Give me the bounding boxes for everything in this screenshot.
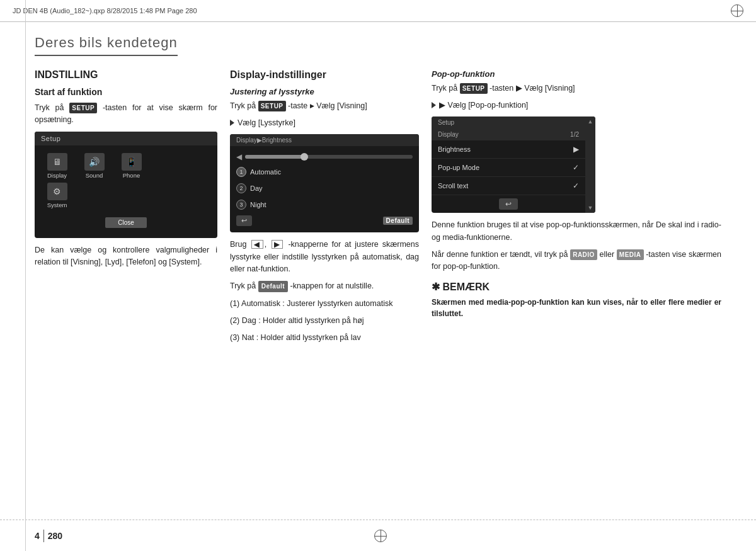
right-setup-content: Setup Display 1/2 Brightness ▶ Pop-up Mo… [432, 116, 585, 213]
mid-list-item-1: (1) Automatisk : Justerer lysstyrken aut… [230, 298, 419, 310]
brightness-option-1: 1 Automatic [230, 164, 419, 180]
right-setup-row-popup: Pop-up Mode ✓ [432, 159, 585, 177]
left-para2: De kan vælge og kontrollere valgmulighed… [35, 244, 217, 269]
right-para2: Når denne funktion er tændt, vil tryk på… [432, 249, 721, 273]
sound-label: Sound [86, 172, 103, 179]
mid-column: Display-indstillinger Justering af lysst… [230, 69, 432, 513]
right-heading: Pop-op-funktion [432, 69, 721, 79]
option-num-1: 1 [236, 167, 246, 177]
brightness-title: Display▶Brightness [230, 134, 419, 146]
left-para1: Tryk på SETUP -tasten for at vise skærm … [35, 102, 217, 127]
setup-icons-row2: ⚙ System [35, 183, 217, 212]
display-icon: 🖥 [47, 153, 67, 171]
page-title: Deres bils kendetegn [35, 35, 178, 56]
slider-row: ◀ [230, 150, 419, 164]
mid-list: (1) Automatisk : Justerer lysstyrken aut… [230, 298, 419, 344]
left-heading: INDSTILLING [35, 69, 217, 81]
left-btn-icon: ◀ [251, 240, 263, 249]
brightness-screen: Display▶Brightness ◀ 1 Automatic [230, 134, 419, 232]
print-info-text: JD DEN 4B (Audio_182~).qxp 8/28/2015 1:4… [13, 7, 726, 14]
right-setup-title: Setup [432, 116, 585, 128]
bullet-tri-right [432, 102, 436, 108]
system-label: System [47, 202, 67, 208]
close-button[interactable]: Close [105, 217, 147, 228]
right-setup-inner: Setup Display 1/2 Brightness ▶ Pop-up Mo… [432, 116, 595, 213]
setup-icons-row: 🖥 Display 🔊 Sound 📱 Phone [35, 151, 217, 183]
setup-menu-system: ⚙ System [40, 183, 74, 208]
mid-tryk-default: Tryk på Default -knappen for at nulstill… [230, 280, 419, 292]
radio-badge: RADIO [570, 249, 597, 261]
right-instruction2: ▶ Vælg [Pop-op-funktion] [432, 99, 721, 111]
right-scrollbar[interactable]: ▲ ▼ [585, 116, 595, 213]
page-divider [43, 530, 44, 542]
right-column: Pop-op-funktion Tryk på SETUP -tasten ▶ … [432, 69, 721, 513]
right-setup-row-scroll: Scroll text ✓ [432, 177, 585, 195]
brightness-option-3: 3 Night [230, 196, 419, 213]
default-badge-mid[interactable]: Default [383, 217, 413, 225]
phone-label: Phone [123, 172, 140, 179]
scroll-check: ✓ [573, 181, 579, 190]
option-num-2: 2 [236, 183, 246, 193]
setup-menu-phone: 📱 Phone [114, 153, 149, 179]
right-setup-body: Brightness ▶ Pop-up Mode ✓ Scroll text ✓ [432, 140, 585, 213]
option-label-3: Night [250, 201, 266, 208]
setup-menu-display: 🖥 Display [40, 153, 74, 179]
right-setup-subtitle-row: Display 1/2 [432, 128, 585, 140]
setup-screen-left: Setup 🖥 Display 🔊 Sound 📱 Phone [35, 132, 217, 238]
mid-list-item-3: (3) Nat : Holder altid lysstyrken på lav [230, 332, 419, 344]
left-arrow-icon: ◀ [236, 152, 242, 161]
remark-box: ✱ BEMÆRK Skærmen med media-pop-op-funkti… [432, 281, 721, 319]
mid-instruction1: Tryk på SETUP -taste ▶ Vælg [Visning] [230, 100, 419, 112]
brightness-arrow: ▶ [573, 145, 579, 154]
option-label-1: Automatic [250, 168, 281, 176]
scroll-down-icon: ▼ [588, 205, 593, 211]
left-column: INDSTILLING Start af funktion Tryk på SE… [35, 69, 230, 513]
right-para1: Denne funktion bruges til at vise pop-op… [432, 219, 721, 244]
main-content: INDSTILLING Start af funktion Tryk på SE… [35, 69, 721, 513]
setup-menu-sound: 🔊 Sound [77, 153, 112, 179]
display-label: Display [47, 172, 67, 179]
setup-badge-right: SETUP [460, 83, 488, 94]
mid-para-brug: Brug ◀, ▶ -knapperne for at justere skær… [230, 239, 419, 275]
default-badge-inline: Default [258, 281, 288, 292]
back-btn[interactable]: ↩ [236, 215, 252, 226]
page-title-bar: Deres bils kendetegn [35, 35, 721, 56]
bullet-tri [230, 120, 234, 126]
mid-heading: Display-indstillinger [230, 69, 419, 81]
phone-icon: 📱 [122, 153, 142, 171]
remark-text: Skærmen med media-pop-op-funktion kan ku… [432, 297, 721, 319]
right-setup-row-brightness: Brightness ▶ [432, 140, 585, 159]
setup-badge-left: SETUP [69, 103, 97, 114]
brightness-body: ◀ 1 Automatic 2 Day 3 [230, 146, 419, 232]
right-back-btn-row: ↩ [432, 195, 585, 213]
scroll-up-icon: ▲ [588, 118, 593, 125]
bottom-controls: ↩ Default [230, 213, 419, 229]
right-instruction1: Tryk på SETUP -tasten ▶ Vælg [Visning] [432, 82, 721, 94]
sound-icon: 🔊 [84, 153, 105, 171]
page-footer: 4 280 [0, 520, 756, 551]
close-btn-row: Close [35, 212, 217, 233]
slider-fill [245, 155, 304, 159]
mid-list-item-2: (2) Dag : Holder altid lysstyrken på høj [230, 315, 419, 327]
system-icon: ⚙ [47, 183, 67, 200]
remark-title: ✱ BEMÆRK [432, 281, 721, 293]
mid-sub-heading: Justering af lysstyrke [230, 87, 419, 96]
slider-track [245, 155, 413, 159]
media-badge: MEDIA [617, 249, 644, 261]
left-margin-line [25, 0, 26, 551]
crosshair-icon [731, 4, 743, 17]
setup-screen-left-body: 🖥 Display 🔊 Sound 📱 Phone ⚙ S [35, 145, 217, 238]
setup-badge-mid: SETUP [258, 101, 286, 112]
option-label-2: Day [250, 185, 263, 192]
popup-check: ✓ [573, 163, 579, 172]
print-header: JD DEN 4B (Audio_182~).qxp 8/28/2015 1:4… [0, 0, 756, 22]
right-back-btn[interactable]: ↩ [499, 198, 518, 210]
setup-screen-left-title: Setup [35, 132, 217, 145]
footer-crosshair-icon [369, 530, 387, 542]
left-sub-heading: Start af funktion [35, 87, 217, 97]
right-btn-icon: ▶ [272, 240, 283, 249]
slider-thumb [301, 153, 308, 161]
mid-instruction2: Vælg [Lysstyrke] [230, 117, 419, 129]
option-num-3: 3 [236, 200, 246, 210]
page-num-2: 280 [48, 531, 62, 541]
